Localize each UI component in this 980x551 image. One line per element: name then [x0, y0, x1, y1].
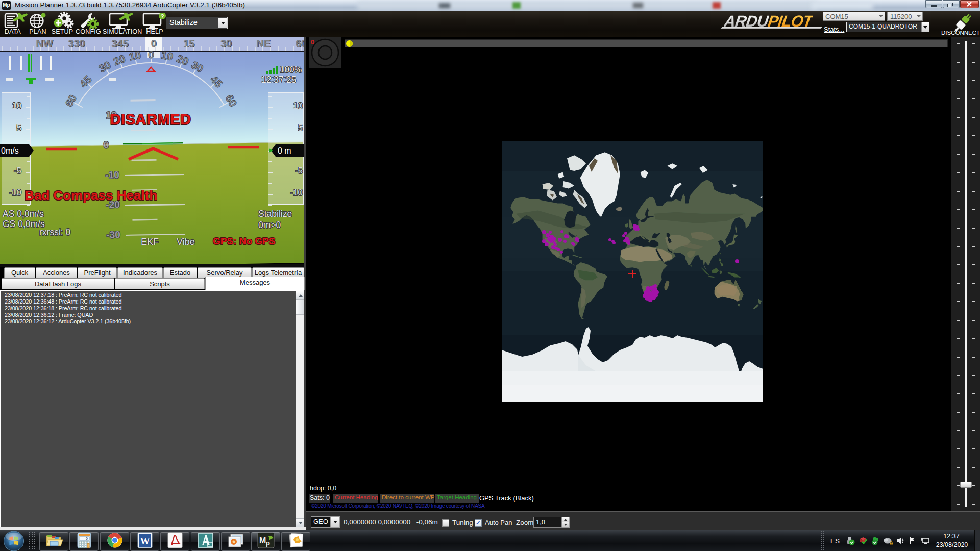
svg-text:0m/s: 0m/s [1, 146, 19, 155]
svg-text:0 m: 0 m [278, 146, 291, 155]
svg-text:W: W [140, 536, 150, 546]
svg-text:0: 0 [311, 38, 314, 46]
svg-text:M: M [259, 536, 266, 545]
svg-text:0: 0 [86, 537, 88, 540]
svg-text:?: ? [161, 13, 164, 19]
svg-text:p: p [266, 539, 270, 547]
